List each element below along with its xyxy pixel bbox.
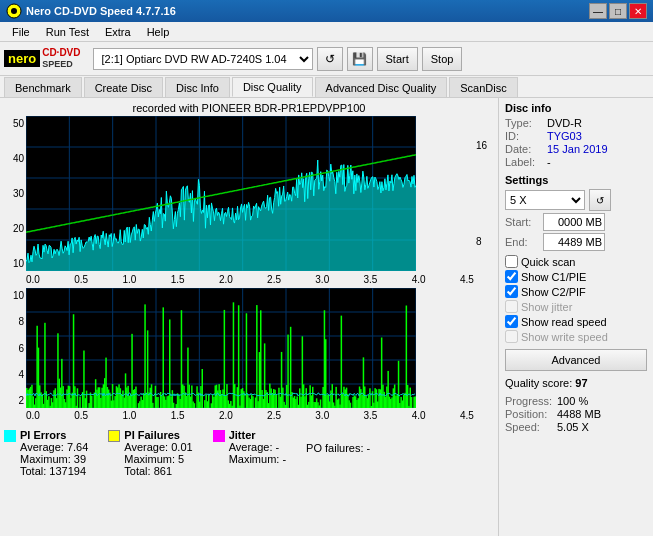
quick-scan-row: Quick scan — [505, 255, 647, 268]
checkboxes-section: Quick scan Show C1/PIE Show C2/PIF Show … — [505, 255, 647, 343]
menu-extra[interactable]: Extra — [97, 24, 139, 40]
main-content: recorded with PIONEER BDR-PR1EPDVPP100 5… — [0, 98, 653, 536]
menu-bar: File Run Test Extra Help — [0, 22, 653, 42]
pi-failures-label: PI Failures — [124, 429, 192, 441]
show-read-speed-checkbox[interactable] — [505, 315, 518, 328]
disc-label-value: - — [547, 156, 647, 168]
pi-failures-total: Total: 861 — [124, 465, 192, 477]
tab-benchmark[interactable]: Benchmark — [4, 77, 82, 97]
nero-logo: nero — [4, 50, 40, 67]
show-c1-checkbox[interactable] — [505, 270, 518, 283]
pi-failures-avg: Average: 0.01 — [124, 441, 192, 453]
speed-selector[interactable]: 5 X 4 X 8 X Max — [505, 190, 585, 210]
advanced-button[interactable]: Advanced — [505, 349, 647, 371]
show-read-speed-row: Show read speed — [505, 315, 647, 328]
show-c1-label: Show C1/PIE — [521, 271, 586, 283]
show-c2-row: Show C2/PIF — [505, 285, 647, 298]
top-chart-canvas — [26, 116, 416, 271]
show-jitter-label: Show jitter — [521, 301, 572, 313]
toolbar: nero CD·DVD SPEED [2:1] Optiarc DVD RW A… — [0, 42, 653, 76]
drive-selector[interactable]: [2:1] Optiarc DVD RW AD-7240S 1.04 — [93, 48, 313, 70]
show-jitter-checkbox[interactable] — [505, 300, 518, 313]
save-button[interactable]: 💾 — [347, 47, 373, 71]
end-input[interactable] — [543, 233, 605, 251]
logo: nero CD·DVD SPEED — [4, 47, 81, 70]
tab-bar: Benchmark Create Disc Disc Info Disc Qua… — [0, 76, 653, 98]
show-c2-checkbox[interactable] — [505, 285, 518, 298]
speed-row-prog: Speed: 5.05 X — [505, 421, 647, 433]
jitter-legend — [213, 430, 225, 442]
disc-label-row: Label: - — [505, 156, 647, 168]
bottom-chart-y-left: 10 8 6 4 2 — [4, 288, 26, 408]
pi-errors-legend — [4, 430, 16, 442]
start-input[interactable] — [543, 213, 605, 231]
bottom-chart-canvas — [26, 288, 416, 408]
disc-id-value: TYG03 — [547, 130, 647, 142]
quality-score-row: Quality score: 97 — [505, 377, 647, 389]
pi-errors-avg: Average: 7.64 — [20, 441, 88, 453]
pi-errors-total: Total: 137194 — [20, 465, 88, 477]
quick-scan-checkbox[interactable] — [505, 255, 518, 268]
tab-discquality[interactable]: Disc Quality — [232, 77, 313, 97]
progress-section: Progress: 100 % Position: 4488 MB Speed:… — [505, 395, 647, 433]
menu-runtest[interactable]: Run Test — [38, 24, 97, 40]
progress-value: 100 % — [557, 395, 588, 407]
title-bar-text: Nero CD-DVD Speed 4.7.7.16 — [26, 5, 589, 17]
show-write-speed-label: Show write speed — [521, 331, 608, 343]
pi-failures-max: Maximum: 5 — [124, 453, 192, 465]
tab-scandisc[interactable]: ScanDisc — [449, 77, 517, 97]
show-read-speed-label: Show read speed — [521, 316, 607, 328]
quality-score-value: 97 — [575, 377, 587, 389]
quick-scan-label: Quick scan — [521, 256, 575, 268]
show-c1-row: Show C1/PIE — [505, 270, 647, 283]
top-chart-x-labels: 0.0 0.5 1.0 1.5 2.0 2.5 3.0 3.5 4.0 4.5 — [26, 274, 474, 285]
disc-date-row: Date: 15 Jan 2019 — [505, 143, 647, 155]
jitter-avg: Average: - — [229, 441, 286, 453]
pi-failures-stat: PI Failures Average: 0.01 Maximum: 5 Tot… — [108, 429, 192, 477]
show-write-speed-row: Show write speed — [505, 330, 647, 343]
jitter-stat: Jitter Average: - Maximum: - — [213, 429, 286, 477]
disc-type-value: DVD-R — [547, 117, 647, 129]
bottom-chart-x-labels: 0.0 0.5 1.0 1.5 2.0 2.5 3.0 3.5 4.0 4.5 — [26, 410, 474, 421]
title-bar: Nero CD-DVD Speed 4.7.7.16 — □ ✕ — [0, 0, 653, 22]
chart-area: recorded with PIONEER BDR-PR1EPDVPP100 5… — [0, 98, 498, 536]
start-button[interactable]: Start — [377, 47, 418, 71]
title-bar-buttons: — □ ✕ — [589, 3, 647, 19]
tab-advanceddiscquality[interactable]: Advanced Disc Quality — [315, 77, 448, 97]
menu-help[interactable]: Help — [139, 24, 178, 40]
position-row: Position: 4488 MB — [505, 408, 647, 420]
disc-date-value: 15 Jan 2019 — [547, 143, 647, 155]
tab-discinfo[interactable]: Disc Info — [165, 77, 230, 97]
svg-point-1 — [11, 8, 17, 14]
close-button[interactable]: ✕ — [629, 3, 647, 19]
settings-section: Settings 5 X 4 X 8 X Max ↺ Start: End: — [505, 174, 647, 251]
right-panel: Disc info Type: DVD-R ID: TYG03 Date: 15… — [498, 98, 653, 536]
position-value: 4488 MB — [557, 408, 601, 420]
show-jitter-row: Show jitter — [505, 300, 647, 313]
minimize-button[interactable]: — — [589, 3, 607, 19]
app-icon — [6, 3, 22, 19]
show-write-speed-checkbox[interactable] — [505, 330, 518, 343]
speed-value: 5.05 X — [557, 421, 589, 433]
chart-title: recorded with PIONEER BDR-PR1EPDVPP100 — [4, 102, 494, 114]
jitter-max: Maximum: - — [229, 453, 286, 465]
top-chart-y-left: 50 40 30 20 10 — [4, 116, 26, 271]
disc-info-title: Disc info — [505, 102, 647, 114]
po-failures-stat: PO failures: - — [306, 442, 370, 477]
top-chart-y-right: 16 8 — [474, 116, 494, 271]
start-field-row: Start: — [505, 213, 647, 231]
refresh-settings-button[interactable]: ↺ — [589, 189, 611, 211]
maximize-button[interactable]: □ — [609, 3, 627, 19]
stop-button[interactable]: Stop — [422, 47, 463, 71]
disc-type-row: Type: DVD-R — [505, 117, 647, 129]
settings-title: Settings — [505, 174, 647, 186]
pi-errors-label: PI Errors — [20, 429, 88, 441]
end-field-row: End: — [505, 233, 647, 251]
menu-file[interactable]: File — [4, 24, 38, 40]
refresh-button[interactable]: ↺ — [317, 47, 343, 71]
disc-id-row: ID: TYG03 — [505, 130, 647, 142]
tab-createdisc[interactable]: Create Disc — [84, 77, 163, 97]
stats-row: PI Errors Average: 7.64 Maximum: 39 Tota… — [4, 429, 494, 477]
pi-failures-legend — [108, 430, 120, 442]
show-c2-label: Show C2/PIF — [521, 286, 586, 298]
